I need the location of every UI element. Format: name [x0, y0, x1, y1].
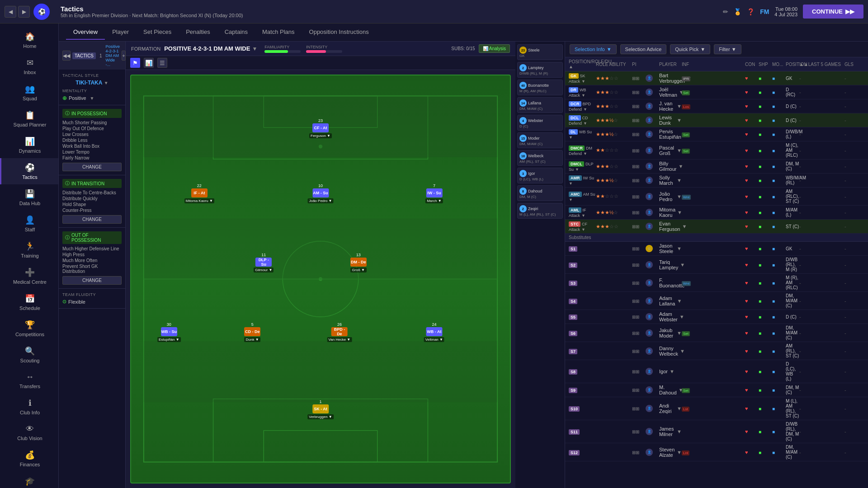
change-transition-button[interactable]: CHANGE	[62, 215, 122, 224]
quick-pick-button[interactable]: Quick Pick ▼	[670, 44, 710, 54]
sidebar-item-training[interactable]: 🏃 Training	[0, 237, 58, 263]
table-row-ferguson[interactable]: STC CF Attack ▼ ★★★☆☆ ⊞⊞ 👤 Evan Ferguson…	[565, 220, 868, 234]
sub-igor[interactable]: 3 Igor D (LC), WB (L)	[517, 168, 563, 183]
selection-advice-button[interactable]: Selection Advice	[620, 44, 667, 54]
table-row-buonanotte[interactable]: S3 ⊞⊞ 👤 F. Buonanotte ▼ Wnt ♥ ■ ■ M (R),…	[565, 274, 868, 292]
continue-button[interactable]: CONTINUE ▶▶	[803, 5, 863, 19]
table-row-estupinán[interactable]: DL WB Su ▼ ★★★½☆ ⊞⊞ 👤 Pervis Estupiñán ▼…	[565, 127, 868, 141]
sub-lallana[interactable]: 14 Lallana DM, M/AM (C)	[517, 97, 563, 113]
tab-overview[interactable]: Overview	[66, 25, 105, 40]
sidebar-item-medical[interactable]: ➕ Medical Centre	[0, 263, 58, 289]
player-van-hecke[interactable]: 26 BPD - De Van Hecke ▼	[327, 322, 352, 342]
style-chevron[interactable]: ▼	[104, 80, 108, 85]
pitch-view-button[interactable]: ⚑	[130, 58, 140, 68]
list-view-button[interactable]: ☰	[157, 58, 167, 68]
tab-penalties[interactable]: Penalties	[179, 25, 217, 40]
sidebar-item-squad-planner[interactable]: 📋 Squad Planner	[0, 106, 58, 132]
nav-forward-button[interactable]: ▶	[18, 6, 30, 18]
table-row-welbeck[interactable]: S7 ⊞⊞ 👤 Danny Welbeck ▼ ♥ ■ ■ AM (RL), S…	[565, 342, 868, 360]
player-ferguson[interactable]: 23 CF - At Ferguson ▼	[309, 118, 332, 138]
change-possession-button[interactable]: CHANGE	[62, 163, 122, 171]
sidebar-item-dev-centre[interactable]: 🎓 Dev. Centre	[0, 472, 58, 488]
table-row-van-hecke[interactable]: DCR BPD Defend ▼ ★★★☆☆ ⊞⊞ 👤 J. van Hecke…	[565, 99, 868, 113]
add-tactic-button[interactable]: +	[122, 51, 125, 61]
help-icon[interactable]: ❓	[747, 8, 755, 15]
analysis-button[interactable]: 📊 Analysis	[479, 44, 510, 53]
sub-dahoud[interactable]: 8 Dahoud DM, M (C)	[517, 185, 563, 201]
player-march[interactable]: 7 IW - Su March ▼	[425, 183, 443, 203]
sidebar-item-squad[interactable]: 👥 Squad	[0, 80, 58, 106]
player-estupinán[interactable]: 30 WB - Su Estupiñán ▼	[157, 322, 181, 342]
filter-button[interactable]: Filter ▼	[714, 44, 741, 54]
table-row-dunk[interactable]: DCL CD Defend ▼ ★★★½☆ ⊞⊞ 👤 Lewis Dunk ▼ …	[565, 113, 868, 127]
tab-opposition[interactable]: Opposition Instructions	[302, 25, 376, 40]
sidebar-item-inbox[interactable]: ✉ Inbox	[0, 53, 58, 80]
sub-steele[interactable]: 23 Steele GK	[517, 44, 563, 60]
sub-moder[interactable]: 15 Moder DM, M/AM (C)	[517, 132, 563, 148]
player-verbruggen[interactable]: 1 SK - At Verbruggen ▼	[307, 399, 334, 419]
sidebar-item-club-info[interactable]: ℹ Club Info	[0, 394, 58, 420]
table-row-mitoma[interactable]: AML IF Attack ▼ ★★★½☆ ⊞⊞ 👤 Mitoma Kaoru …	[565, 206, 868, 220]
sidebar-item-competitions[interactable]: 🏆 Competitions	[0, 315, 58, 342]
formation-chevron[interactable]: ▼	[252, 46, 257, 52]
table-row-dahoud[interactable]: S9 ⊞⊞ 👤 M. Dahoud ▼ Set ♥ ■ ■ DM, M (C)	[565, 383, 868, 397]
player-gilmour[interactable]: 11 DLP - Su Gilmour ▼	[254, 253, 274, 272]
col-role-ability[interactable]: ROLE ABILITY	[596, 62, 632, 67]
sub-welbeck[interactable]: 18 Welbeck AM (RL), ST (C)	[517, 150, 563, 166]
tab-player[interactable]: Player	[105, 25, 136, 40]
table-row-igor[interactable]: S8 ⊞⊞ 👤 Igor ▼ ♥ ■ ■ D (LC), WB (L)	[565, 360, 868, 383]
col-con[interactable]: CON	[745, 62, 759, 67]
tab-match-plans[interactable]: Match Plans	[255, 25, 302, 40]
sub-lamptey[interactable]: 2 Lamptey D/WB (RL), M (R)	[517, 62, 563, 78]
col-player[interactable]: PLAYER	[659, 62, 682, 67]
sidebar-item-transfers[interactable]: ↔ Transfers	[0, 368, 58, 394]
sub-buonanotte[interactable]: 40 Buonanotte M (R), AM (RLC)	[517, 80, 563, 95]
col-inf[interactable]: INF	[682, 62, 745, 67]
table-row-veltman[interactable]: DR WB Attack ▼ ★★★☆☆ ⊞⊞ 👤 Joël Veltman ▼…	[565, 85, 868, 99]
sub-zeqiri[interactable]: Z Zeqiri M (L), AM (RL), ST (C)	[517, 203, 563, 219]
sidebar-item-data-hub[interactable]: 💾 Data Hub	[0, 184, 58, 211]
tab-captains[interactable]: Captains	[217, 25, 255, 40]
badge-icon[interactable]: 🏅	[734, 8, 741, 15]
table-row-webster[interactable]: S5 ⊞⊞ 👤 Adam Webster ▼ ♥ ■ ■ D (C)	[565, 310, 868, 324]
table-row-lallana[interactable]: S4 ⊞⊞ 👤 Adam Lallana ▼ ♥ ■ ■ DM, M/AM (C…	[565, 292, 868, 310]
col-position-txt[interactable]: POSITION	[786, 62, 799, 67]
player-mitoma[interactable]: 22 IF - At Mitoma Kaoru ▼	[184, 183, 214, 203]
change-oop-button[interactable]: CHANGE	[62, 276, 122, 285]
sidebar-item-club-vision[interactable]: 👁 Club Vision	[0, 420, 58, 446]
sidebar-item-home[interactable]: 🏠 Home	[0, 27, 58, 53]
table-row-gross[interactable]: DMCR DM Defend ▼ ★★☆☆☆ ⊞⊞ 👤 Pascal Groß …	[565, 141, 868, 160]
table-row-alzate[interactable]: S12 ⊞⊞ 👤 Steven Alzate ▼ Lnt ♥ ■ ■ DM, M…	[565, 443, 868, 461]
chart-view-button[interactable]: 📊	[144, 58, 154, 68]
table-row-steele[interactable]: S1 ⊞⊞ G Jason Steele ▼ ♥ ■ ■ GK -	[565, 242, 868, 256]
pencil-icon[interactable]: ✏	[723, 8, 728, 15]
nav-back-button[interactable]: ◀	[5, 6, 16, 18]
tab-set-pieces[interactable]: Set Pieces	[136, 25, 179, 40]
table-row-lamptey[interactable]: S2 ⊞⊞ 👤 Tariq Lamptey ▼ ♥ ■ ■ D/WB (RL),…	[565, 256, 868, 274]
sidebar-item-staff[interactable]: 👤 Staff	[0, 211, 58, 237]
player-gross[interactable]: 13 DM - De Groß ▼	[350, 253, 367, 272]
selection-info-button[interactable]: Selection Info ▼	[570, 44, 617, 54]
sub-webster[interactable]: 4 Webster D (C)	[517, 115, 563, 131]
table-row-moder[interactable]: S6 ⊞⊞ 👤 Jakub Moder ▼ Set ♥ ■ ■ DM, M/AM…	[565, 324, 868, 342]
player-joao-pedro[interactable]: 10 AM - Su João Pedro ▼	[307, 183, 333, 203]
table-row-gilmour[interactable]: DMCL DLP Su ▼ ★★★☆☆ ⊞⊞ 👤 Billy Gilmour ▼…	[565, 160, 868, 174]
col-gls[interactable]: GLS	[844, 62, 868, 67]
panel-collapse-button[interactable]: ◀◀	[62, 51, 71, 61]
table-row-march[interactable]: AMR IW Su ▼ ★★★½☆ ⊞⊞ 👤 Solly March ▼ ♥ ■…	[565, 174, 868, 188]
player-dunk[interactable]: 5 CD - De Dunk ▼	[244, 322, 260, 342]
mentality-chevron[interactable]: ▼	[90, 96, 94, 101]
sidebar-item-schedule[interactable]: 📅 Schedule	[0, 289, 58, 315]
sidebar-item-tactics[interactable]: ⚽ Tactics	[0, 158, 58, 184]
table-row-verbruggen[interactable]: GK SK Attack ▼ ★★★☆☆ ⊞⊞ 👤 Bart Verbrugge…	[565, 71, 868, 85]
col-shp[interactable]: SHP	[759, 62, 772, 67]
col-mo[interactable]: MO...	[772, 62, 786, 67]
table-row-joao[interactable]: AMC AM Su ▼ ★★☆☆☆ ⊞⊞ 👤 João Pedro ▼ Wnt …	[565, 188, 868, 206]
sidebar-item-dynamics[interactable]: 📊 Dynamics	[0, 132, 58, 158]
table-row-zeqiri[interactable]: S10 ⊞⊞ 👤 Andi Zeqiri ▼ Lst ♥ ■ ■ M (L), …	[565, 397, 868, 420]
sidebar-item-scouting[interactable]: 🔍 Scouting	[0, 342, 58, 368]
table-row-milner[interactable]: S11 ⊞⊞ 👤 James Milner ▼ ♥ ■ ■ D/WB (RL),…	[565, 420, 868, 443]
player-veltman[interactable]: 24 WB - At Veltman ▼	[424, 322, 444, 342]
col-pi[interactable]: PI	[632, 62, 646, 67]
sidebar-item-finances[interactable]: 💰 Finances	[0, 446, 58, 472]
